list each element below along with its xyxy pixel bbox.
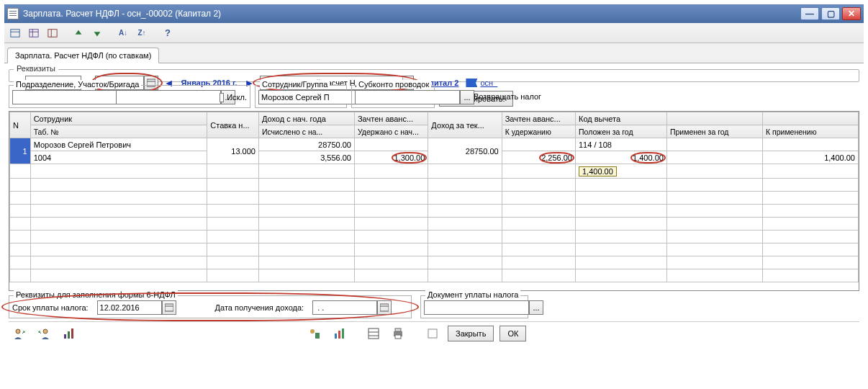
col-rate[interactable]: Ставка н... — [207, 112, 259, 138]
window-title: Зарплата. Расчет НДФЛ - осн_-00002 (Капи… — [23, 9, 800, 19]
svg-rect-22 — [342, 328, 344, 339]
paydoc-input[interactable] — [424, 300, 529, 315]
col-advance2[interactable]: Зачтен аванс... — [502, 112, 575, 125]
col-income-year[interactable]: Доход с нач. года — [258, 112, 354, 125]
toolbar-help-icon[interactable]: ? — [160, 26, 176, 40]
col-employee[interactable]: Сотрудник — [30, 112, 207, 125]
cell-advance2 — [502, 138, 575, 151]
table-row[interactable] — [10, 243, 859, 256]
cell-to-withhold: 2,256.00 — [502, 151, 575, 164]
cell-advance1 — [354, 138, 428, 151]
col-income-cur[interactable]: Доход за тек... — [428, 112, 502, 138]
subconto-picker-icon[interactable]: ... — [460, 90, 474, 104]
col-planned[interactable]: Положен за год — [576, 125, 667, 138]
toolbar-sort-icon[interactable]: A↓ — [115, 26, 131, 40]
document-icon — [7, 8, 19, 19]
cell-withheld: 1,300.00 — [354, 151, 428, 164]
person-right-icon[interactable] — [35, 325, 53, 342]
close-doc-button[interactable]: Закрыть — [448, 326, 494, 341]
cell-extra[interactable]: 1,400.00 — [579, 166, 617, 176]
col-blank1[interactable] — [666, 112, 762, 125]
col-blank2[interactable] — [762, 112, 858, 125]
tool-icon-print[interactable] — [389, 325, 407, 342]
table-row[interactable] — [10, 179, 859, 192]
paydoc-group: Документ уплаты налога ... — [420, 295, 528, 318]
tool-icon-1[interactable] — [305, 325, 324, 342]
pay-deadline-input[interactable] — [97, 300, 162, 315]
income-date-label: Дата получения дохода: — [215, 303, 304, 312]
tab-main[interactable]: Зарплата. Расчет НДФЛ (по ставкам) — [7, 48, 159, 63]
table-row[interactable] — [10, 231, 859, 243]
col-tabnum[interactable]: Таб. № — [30, 125, 207, 138]
toolbar-btn-2[interactable] — [26, 26, 42, 40]
toolbar-btn-3[interactable] — [45, 26, 60, 40]
return-tax-label: Возвращать налог — [474, 92, 541, 101]
close-button[interactable]: ✕ — [842, 7, 861, 20]
income-date-input[interactable] — [312, 300, 377, 315]
col-n[interactable]: N — [10, 112, 31, 138]
table-row[interactable]: 1 Морозов Сергей Петрович 13.000 28750.0… — [10, 138, 859, 151]
table-row[interactable] — [10, 205, 859, 218]
table-row[interactable] — [10, 218, 859, 231]
pay-deadline-label: Срок уплаты налога: — [12, 303, 89, 312]
data-grid[interactable]: N Сотрудник Ставка н... Доход с нач. год… — [9, 111, 859, 291]
col-advance1[interactable]: Зачтен аванс... — [354, 112, 428, 125]
minimize-button[interactable]: — — [800, 7, 819, 20]
svg-rect-21 — [338, 331, 340, 339]
table-row[interactable] — [10, 269, 859, 282]
tool-icon-ledger[interactable] — [364, 325, 383, 342]
svg-rect-15 — [64, 334, 66, 339]
tab-strip: Зарплата. Расчет НДФЛ (по ставкам) — [4, 43, 864, 63]
form6-legend: Реквизиты для заполнения формы 6-НДФЛ — [14, 290, 178, 299]
exclude-checkbox[interactable] — [220, 93, 224, 102]
person-left-icon[interactable] — [10, 325, 29, 342]
col-to-withhold[interactable]: К удержанию — [502, 125, 575, 138]
col-deduct-code[interactable]: Код вычета — [576, 112, 667, 125]
cell-n: 1 — [10, 138, 31, 164]
toolbar-up-icon[interactable] — [71, 26, 86, 40]
svg-rect-20 — [335, 334, 337, 339]
flag-badge[interactable]: осн_ — [466, 79, 497, 87]
svg-rect-16 — [68, 331, 70, 339]
flag-icon — [466, 79, 477, 87]
maximize-button[interactable]: ▢ — [821, 7, 840, 20]
subdivision-input[interactable] — [12, 90, 117, 104]
cell-applied2 — [666, 151, 762, 164]
employee-input[interactable] — [258, 90, 363, 104]
toolbar-btn-1[interactable] — [7, 26, 23, 40]
toolbar-sort2-icon[interactable]: Z↑ — [134, 26, 150, 40]
paydoc-picker-icon[interactable]: ... — [529, 300, 543, 315]
ok-button[interactable]: ОК — [499, 326, 526, 341]
toolbar-down-icon[interactable] — [89, 26, 105, 40]
col-toapply[interactable]: К применению — [762, 125, 858, 138]
flag-text[interactable]: осн_ — [480, 79, 497, 87]
paydoc-legend: Документ уплаты налога — [425, 290, 520, 299]
calendar-icon[interactable] — [377, 300, 392, 315]
brigade-input[interactable] — [116, 90, 221, 104]
tool-icon-chart[interactable] — [330, 325, 348, 342]
cell-calc: 3,556.00 — [258, 151, 354, 164]
col-calc[interactable]: Исчислено с на... — [258, 125, 354, 138]
cell-applied — [666, 138, 762, 151]
table-row[interactable] — [10, 192, 859, 205]
employee-group: Сотрудник/Группа ... — [255, 85, 347, 108]
svg-rect-27 — [395, 328, 401, 331]
col-applied[interactable]: Применен за год — [666, 125, 762, 138]
cell-deduct-code: 114 / 108 — [576, 138, 667, 151]
table-row[interactable] — [10, 256, 859, 269]
subconto-input[interactable] — [355, 90, 460, 104]
table-row[interactable]: 1,400.00 — [10, 164, 859, 179]
tool-icon-small[interactable] — [423, 325, 442, 342]
subdivision-group: Подразделение, Участок/Бригада ... ... И… — [9, 85, 250, 108]
svg-point-13 — [16, 329, 20, 334]
svg-rect-0 — [11, 29, 19, 37]
exclude-label: Искл. — [227, 93, 247, 102]
subdivision-legend: Подразделение, Участок/Бригада — [14, 80, 141, 89]
subconto-legend: Субконто проводок — [356, 80, 431, 89]
sort-bars-icon[interactable] — [59, 325, 78, 342]
bottom-toolbar: Закрыть ОК — [9, 321, 859, 345]
col-withheld[interactable]: Удержано с нач... — [354, 125, 428, 138]
calendar-icon[interactable] — [162, 300, 176, 315]
svg-rect-11 — [380, 304, 389, 311]
title-bar: Зарплата. Расчет НДФЛ - осн_-00002 (Капи… — [4, 4, 864, 23]
